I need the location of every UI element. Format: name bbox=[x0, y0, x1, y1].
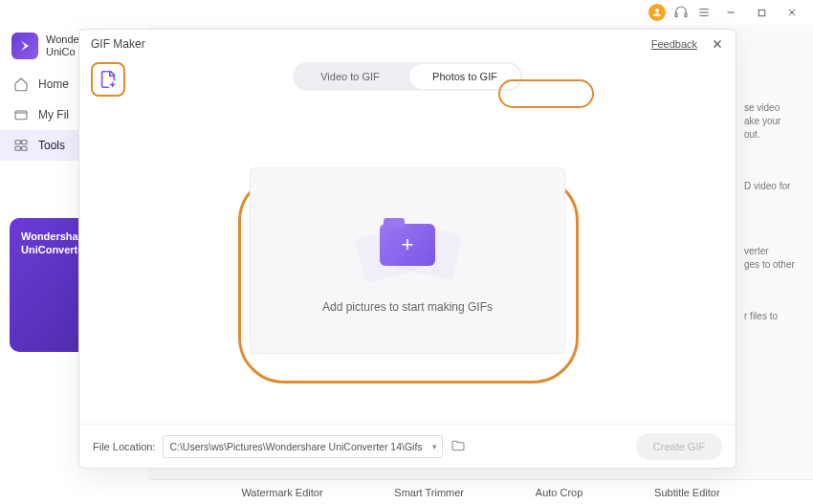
tool-smart-trimmer[interactable]: Smart Trimmer bbox=[394, 487, 464, 498]
dropzone[interactable]: + Add pictures to start making GIFs bbox=[250, 167, 565, 354]
files-icon bbox=[13, 107, 29, 122]
tab-photos-to-gif[interactable]: Photos to GIF bbox=[409, 64, 520, 89]
feedback-link[interactable]: Feedback bbox=[651, 38, 697, 50]
gif-maker-modal: GIF Maker Feedback Video to GIF Photos t… bbox=[78, 29, 736, 469]
add-file-button[interactable] bbox=[91, 62, 125, 97]
modal-close-button[interactable] bbox=[711, 37, 724, 51]
file-location-label: File Location: bbox=[93, 441, 155, 452]
dropzone-container: + Add pictures to start making GIFs bbox=[79, 97, 736, 424]
create-gif-button[interactable]: Create GIF bbox=[636, 433, 722, 460]
titlebar bbox=[0, 0, 813, 25]
brand-text: Wonde UniCo bbox=[46, 33, 79, 58]
svg-rect-13 bbox=[15, 146, 20, 150]
add-file-icon bbox=[98, 69, 119, 90]
dropzone-text: Add pictures to start making GIFs bbox=[322, 300, 493, 314]
svg-rect-1 bbox=[675, 13, 677, 17]
browse-folder-button[interactable] bbox=[450, 438, 468, 455]
svg-rect-2 bbox=[685, 13, 687, 17]
svg-rect-12 bbox=[22, 141, 27, 144]
modal-title: GIF Maker bbox=[91, 37, 145, 51]
sidebar-item-label: Home bbox=[38, 77, 69, 91]
sidebar-item-label: My Fil bbox=[38, 108, 69, 121]
tool-watermark[interactable]: Watermark Editor bbox=[241, 487, 322, 498]
close-button[interactable] bbox=[780, 1, 803, 24]
svg-rect-14 bbox=[22, 146, 27, 150]
folder-icon bbox=[450, 438, 466, 453]
svg-point-0 bbox=[655, 9, 659, 12]
user-avatar[interactable] bbox=[648, 4, 666, 21]
bg-card: se video ake your out. bbox=[744, 101, 802, 142]
modal-toolbar: Video to GIF Photos to GIF bbox=[79, 58, 736, 97]
sidebar-item-label: Tools bbox=[38, 139, 65, 152]
brand-logo-icon bbox=[11, 33, 38, 59]
minimize-button[interactable] bbox=[719, 1, 742, 24]
tool-subtitle-editor[interactable]: Subtitle Editor bbox=[654, 487, 719, 498]
add-folder-icon: + bbox=[380, 224, 435, 266]
brand-line2: UniCo bbox=[46, 46, 79, 58]
file-location-input[interactable]: C:\Users\ws\Pictures\Wondershare UniConv… bbox=[163, 435, 442, 458]
menu-icon[interactable] bbox=[696, 5, 712, 20]
tab-video-to-gif[interactable]: Video to GIF bbox=[293, 62, 407, 91]
modal-header: GIF Maker Feedback bbox=[79, 30, 736, 58]
chevron-down-icon[interactable]: ▾ bbox=[432, 442, 437, 451]
maximize-button[interactable] bbox=[750, 1, 773, 24]
tool-auto-crop[interactable]: Auto Crop bbox=[536, 487, 583, 498]
bg-card: r files to bbox=[744, 310, 802, 323]
file-location-value: C:\Users\ws\Pictures\Wondershare UniConv… bbox=[169, 441, 422, 452]
bg-card-stubs: se video ake your out. D video for verte… bbox=[744, 101, 802, 323]
bg-card: verter ges to other bbox=[744, 231, 802, 272]
headset-icon[interactable] bbox=[673, 5, 689, 20]
tools-icon bbox=[13, 138, 29, 153]
bottom-tools: Watermark Editor Smart Trimmer Auto Crop… bbox=[148, 479, 813, 504]
svg-rect-11 bbox=[15, 141, 20, 144]
home-icon bbox=[13, 77, 29, 92]
mode-tabs: Video to GIF Photos to GIF bbox=[293, 62, 522, 91]
bg-card: D video for bbox=[744, 180, 802, 193]
modal-footer: File Location: C:\Users\ws\Pictures\Wond… bbox=[79, 424, 736, 468]
brand-line1: Wonde bbox=[46, 33, 79, 46]
folder-illustration: + bbox=[355, 207, 460, 283]
svg-rect-7 bbox=[758, 10, 764, 15]
svg-rect-10 bbox=[15, 111, 27, 120]
